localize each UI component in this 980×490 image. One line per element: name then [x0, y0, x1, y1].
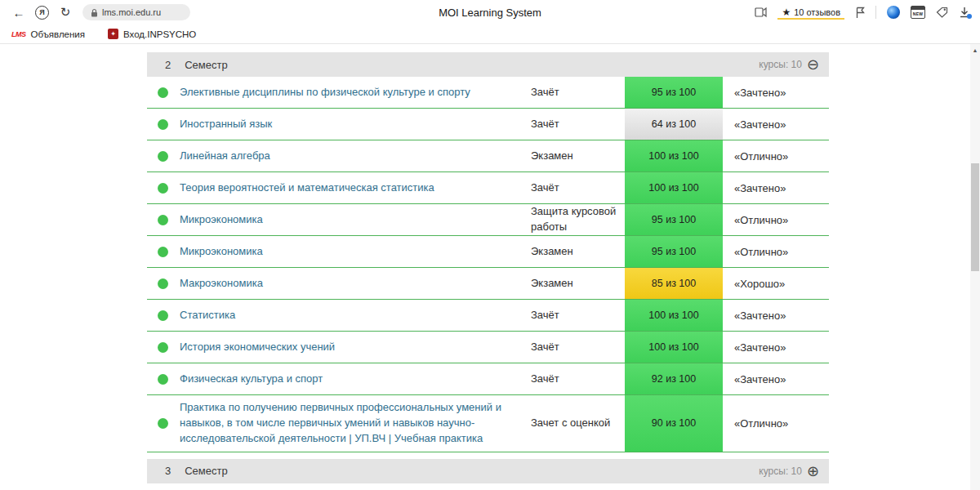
course-row: Макроэкономика Экзамен 85 из 100 «Хорошо…: [147, 268, 829, 300]
grade-text: «Отлично»: [723, 246, 829, 258]
download-progress-dot: [967, 14, 972, 19]
yandex-icon[interactable]: Я: [35, 6, 49, 20]
course-row: Микроэкономика Экзамен 95 из 100 «Отличн…: [147, 236, 829, 268]
assessment-type: Экзамен: [531, 276, 625, 292]
toolbar-divider: [875, 6, 876, 19]
expand-semester-button[interactable]: ⊕: [807, 464, 819, 479]
assessment-type: Зачёт: [531, 372, 625, 387]
star-icon: ★: [782, 7, 791, 17]
bookmark-flag-icon[interactable]: [855, 7, 865, 19]
semester-2-header: 2 Семестр курсы: 10 ⊖: [147, 52, 829, 77]
gradebook: 2 Семестр курсы: 10 ⊖ Элективные дисципл…: [147, 52, 829, 483]
reviews-rating-button[interactable]: ★ 10 отзывов: [777, 6, 844, 20]
grade-text: «Зачтено»: [723, 341, 829, 354]
extension-icon-sphere[interactable]: [887, 6, 900, 19]
semester-number: 3: [165, 465, 171, 477]
course-row: Иностранный язык Зачёт 64 из 100 «Зачтен…: [147, 109, 829, 140]
score-badge: 100 из 100: [625, 332, 723, 363]
course-row: Физическая культура и спорт Зачёт 92 из …: [147, 363, 829, 395]
courses-count: курсы: 10: [759, 466, 802, 477]
assessment-type: Экзамен: [531, 244, 625, 260]
browser-toolbar: ← Я ↻ lms.moi.edu.ru MOI Learning System…: [0, 0, 980, 24]
grade-text: «Отлично»: [723, 214, 829, 226]
course-link[interactable]: Практика по получению первичных професси…: [180, 395, 531, 452]
course-link[interactable]: Иностранный язык: [180, 112, 531, 137]
bookmark-item-announcements[interactable]: LMS Объявления: [11, 29, 85, 39]
assessment-type: Зачёт: [531, 180, 625, 196]
score-badge: 100 из 100: [625, 300, 723, 331]
address-bar[interactable]: lms.moi.edu.ru: [82, 4, 190, 20]
course-row: Микроэкономика Защита курсовой работы 95…: [147, 204, 829, 236]
toolbar-right: ★ 10 отзывов NEW: [755, 6, 972, 20]
course-row: Линейная алгебра Экзамен 100 из 100 «Отл…: [147, 140, 829, 172]
assessment-type: Зачёт: [531, 308, 625, 323]
new-badge: NEW: [911, 10, 924, 18]
scroll-up-arrow-icon[interactable]: ▲: [970, 45, 980, 55]
score-badge: 95 из 100: [625, 236, 723, 267]
assessment-type: Защита курсовой работы: [531, 204, 625, 235]
status-dot-icon: [158, 374, 168, 385]
assessment-type: Экзамен: [531, 149, 625, 164]
grade-text: «Хорошо»: [723, 278, 829, 290]
score-badge: 95 из 100: [625, 204, 723, 235]
refresh-button[interactable]: ↻: [55, 5, 76, 20]
extension-icon-new[interactable]: NEW: [911, 6, 925, 19]
bookmark-label: Объявления: [31, 29, 86, 39]
course-link[interactable]: Статистика: [180, 303, 531, 328]
semester-label: Семестр: [185, 465, 227, 477]
share-panel-icon[interactable]: [755, 7, 767, 18]
grade-text: «Зачтено»: [723, 118, 829, 131]
semester-label: Семестр: [185, 59, 227, 71]
course-row: Статистика Зачёт 100 из 100 «Зачтено»: [147, 300, 829, 332]
courses-count: курсы: 10: [759, 59, 802, 70]
assessment-type: Зачёт: [531, 340, 625, 355]
semester-3-header: 3 Семестр курсы: 10 ⊕: [147, 459, 829, 483]
status-dot-icon: [158, 119, 168, 130]
url-text: lms.moi.edu.ru: [102, 7, 161, 17]
course-link[interactable]: Линейная алгебра: [180, 144, 531, 169]
course-link[interactable]: История экономических учений: [180, 335, 531, 360]
status-dot-icon: [158, 278, 168, 289]
course-row: Практика по получению первичных професси…: [147, 395, 829, 452]
grade-text: «Отлично»: [723, 150, 829, 163]
grade-text: «Зачтено»: [723, 87, 829, 99]
score-badge: 92 из 100: [625, 363, 723, 394]
score-badge: 95 из 100: [625, 77, 723, 108]
score-badge: 100 из 100: [625, 140, 723, 172]
grade-text: «Зачтено»: [723, 373, 829, 385]
score-badge: 90 из 100: [625, 395, 723, 452]
assessment-type: Зачет с оценкой: [531, 416, 625, 431]
assessment-type: Зачёт: [531, 117, 625, 132]
course-link[interactable]: Макроэкономика: [180, 271, 531, 296]
downloads-icon[interactable]: [959, 7, 970, 18]
status-dot-icon: [158, 342, 168, 353]
bookmarks-bar: LMS Объявления ✦ Вход.INPSYCHO: [0, 24, 980, 44]
page-scrollbar[interactable]: ▲: [970, 44, 980, 490]
course-link[interactable]: Теория вероятностей и математическая ста…: [180, 176, 531, 201]
status-dot-icon: [158, 418, 168, 429]
status-dot-icon: [158, 151, 168, 162]
course-link[interactable]: Микроэкономика: [180, 207, 531, 233]
semester-number: 2: [165, 59, 171, 71]
course-row: История экономических учений Зачёт 100 и…: [147, 332, 829, 363]
course-link[interactable]: Элективные дисциплины по физической куль…: [180, 80, 531, 105]
extension-icon-tag[interactable]: [936, 7, 948, 18]
course-link[interactable]: Микроэкономика: [180, 239, 531, 265]
reviews-label: 10 отзывов: [794, 7, 840, 17]
collapse-semester-button[interactable]: ⊖: [807, 57, 819, 72]
status-dot-icon: [158, 87, 168, 98]
lms-logo-icon: LMS: [11, 30, 26, 38]
bookmark-item-inpsycho[interactable]: ✦ Вход.INPSYCHO: [108, 29, 196, 39]
scrollbar-thumb[interactable]: [971, 163, 979, 271]
inpsycho-favicon-icon: ✦: [108, 29, 118, 39]
course-table: Элективные дисциплины по физической куль…: [147, 77, 829, 452]
course-row: Теория вероятностей и математическая ста…: [147, 172, 829, 204]
grade-text: «Зачтено»: [723, 310, 829, 322]
grade-text: «Зачтено»: [723, 182, 829, 194]
status-dot-icon: [158, 310, 168, 321]
score-badge: 85 из 100: [625, 268, 723, 299]
back-button[interactable]: ←: [8, 6, 29, 20]
course-link[interactable]: Физическая культура и спорт: [180, 367, 531, 392]
score-badge: 64 из 100: [625, 109, 723, 140]
bookmark-label: Вход.INPSYCHO: [123, 29, 196, 39]
